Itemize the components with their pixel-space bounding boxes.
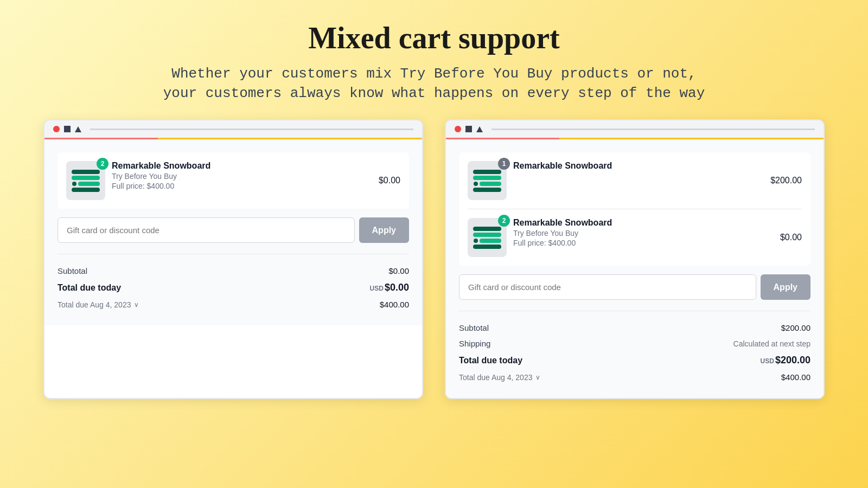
- left-product-badge: 2: [97, 158, 108, 170]
- right-total-due-today-value: USD$200.00: [761, 355, 810, 366]
- product-bar-4: [72, 188, 100, 192]
- chevron-down-icon: ∨: [134, 301, 139, 309]
- right-product2-name: Remarkable Snowboard: [513, 218, 771, 228]
- product-dot-1: [72, 182, 76, 186]
- browser-titlebar-left: [44, 120, 422, 139]
- right-total-due-aug-label: Total due Aug 4, 2023 ∨: [459, 373, 540, 382]
- left-total-due-today-label: Total due today: [58, 283, 121, 293]
- right-subtotal-value: $200.00: [781, 323, 810, 332]
- product-bar-3: [78, 182, 100, 186]
- right-product1-price: $200.00: [770, 176, 802, 185]
- right-products-container: 1 Remarkable Snowboard $200.00: [459, 152, 810, 266]
- dot-triangle-icon: [75, 126, 81, 132]
- dot-triangle-icon-right: [476, 126, 483, 132]
- right-product2-bar-4: [473, 245, 501, 249]
- left-total-due-aug-value: $400.00: [380, 300, 409, 309]
- dot-red-icon-right: [455, 126, 461, 132]
- right-discount-row: Apply: [459, 274, 810, 300]
- left-discount-input[interactable]: [58, 217, 355, 243]
- right-shipping-label: Shipping: [459, 339, 490, 348]
- titlebar-line-right: [492, 129, 815, 130]
- dot-square-icon-right: [465, 126, 472, 132]
- dot-square-icon: [64, 126, 71, 132]
- left-product-left: 2 Remarkable Snowboard Try Before You Bu…: [66, 161, 370, 200]
- browser-titlebar-right: [446, 120, 824, 139]
- left-product-info: Remarkable Snowboard Try Before You Buy …: [112, 161, 370, 190]
- right-product2-bar-1: [473, 227, 501, 231]
- titlebar-line: [90, 129, 413, 130]
- left-usd-prefix: USD: [370, 285, 384, 292]
- right-product1-row: 1 Remarkable Snowboard $200.00: [468, 161, 802, 200]
- left-product-image-container: 2: [66, 161, 105, 200]
- left-discount-row: Apply: [58, 217, 409, 243]
- right-product2-row: 2 Remarkable Snowboard Try Before You Bu…: [468, 218, 802, 257]
- right-product1-info: Remarkable Snowboard: [513, 161, 762, 172]
- left-total-due-today-value: USD$0.00: [370, 282, 409, 293]
- left-product-name: Remarkable Snowboard: [112, 161, 370, 171]
- right-total-due-aug-value: $400.00: [781, 373, 810, 382]
- right-apply-button[interactable]: Apply: [761, 274, 810, 300]
- right-subtotal-label: Subtotal: [459, 323, 489, 332]
- right-product1-badge: 1: [498, 158, 510, 170]
- right-product2-try: Try Before You Buy: [513, 229, 771, 237]
- cards-container: 2 Remarkable Snowboard Try Before You Bu…: [0, 119, 868, 399]
- products-divider: [468, 209, 802, 209]
- right-product2-bar-3: [480, 239, 501, 243]
- right-product2-bar-2: [473, 233, 501, 237]
- right-product1-name: Remarkable Snowboard: [513, 161, 762, 171]
- left-subtotal-value: $0.00: [388, 266, 409, 275]
- right-product2-dot: [474, 239, 478, 243]
- right-card-content: 1 Remarkable Snowboard $200.00: [446, 139, 824, 398]
- right-product2-info: Remarkable Snowboard Try Before You Buy …: [513, 218, 771, 247]
- left-apply-button[interactable]: Apply: [359, 217, 409, 243]
- right-shipping-row: Shipping Calculated at next step: [459, 336, 810, 351]
- right-total-due-aug-row: Total due Aug 4, 2023 ∨ $400.00: [459, 369, 810, 385]
- left-total-due-today-row: Total due today USD$0.00: [58, 279, 409, 297]
- left-total-due-aug-row: Total due Aug 4, 2023 ∨ $400.00: [58, 297, 409, 312]
- right-shipping-value: Calculated at next step: [733, 339, 810, 348]
- product-bar-1: [72, 170, 100, 174]
- left-subtotal-row: Subtotal $0.00: [58, 263, 409, 279]
- left-product-try: Try Before You Buy: [112, 172, 370, 181]
- right-card: 1 Remarkable Snowboard $200.00: [445, 119, 825, 399]
- right-product1-dot: [474, 182, 478, 186]
- left-product-container: 2 Remarkable Snowboard Try Before You Bu…: [58, 152, 409, 209]
- right-product2-image-container: 2: [468, 218, 507, 257]
- header-section: Mixed cart support Whether your customer…: [152, 0, 716, 119]
- right-totals-section: Subtotal $200.00 Shipping Calculated at …: [459, 311, 810, 385]
- right-product2-price: $0.00: [780, 233, 802, 242]
- right-product2-left: 2 Remarkable Snowboard Try Before You Bu…: [468, 218, 771, 257]
- right-total-due-today-label: Total due today: [459, 356, 522, 365]
- right-product2-badge: 2: [498, 215, 510, 227]
- right-total-due-today-row: Total due today USD$200.00: [459, 351, 810, 369]
- left-total-due-aug-label: Total due Aug 4, 2023 ∨: [58, 300, 139, 309]
- right-usd-prefix: USD: [761, 357, 774, 365]
- right-product1-bar-1: [473, 170, 501, 174]
- left-card: 2 Remarkable Snowboard Try Before You Bu…: [43, 119, 423, 399]
- right-product2-full-price: Full price: $400.00: [513, 239, 771, 247]
- right-discount-input[interactable]: [459, 274, 756, 300]
- right-subtotal-row: Subtotal $200.00: [459, 320, 810, 336]
- right-product1-bar-2: [473, 176, 501, 180]
- chevron-down-icon-right: ∨: [535, 374, 540, 381]
- right-product1-left: 1 Remarkable Snowboard: [468, 161, 762, 200]
- right-product1-bar-4: [473, 188, 501, 192]
- subtitle: Whether your customers mix Try Before Yo…: [163, 64, 705, 104]
- right-product1-image-container: 1: [468, 161, 507, 200]
- dot-red-icon: [53, 126, 60, 132]
- left-product-price: $0.00: [379, 176, 400, 185]
- left-card-content: 2 Remarkable Snowboard Try Before You Bu…: [44, 139, 422, 325]
- right-product1-bar-3: [480, 182, 501, 186]
- product-bar-2: [72, 176, 100, 180]
- left-product-row: 2 Remarkable Snowboard Try Before You Bu…: [66, 161, 400, 200]
- left-product-full-price: Full price: $400.00: [112, 182, 370, 190]
- left-totals-section: Subtotal $0.00 Total due today USD$0.00 …: [58, 254, 409, 312]
- left-subtotal-label: Subtotal: [58, 266, 87, 275]
- page-title: Mixed cart support: [163, 22, 705, 55]
